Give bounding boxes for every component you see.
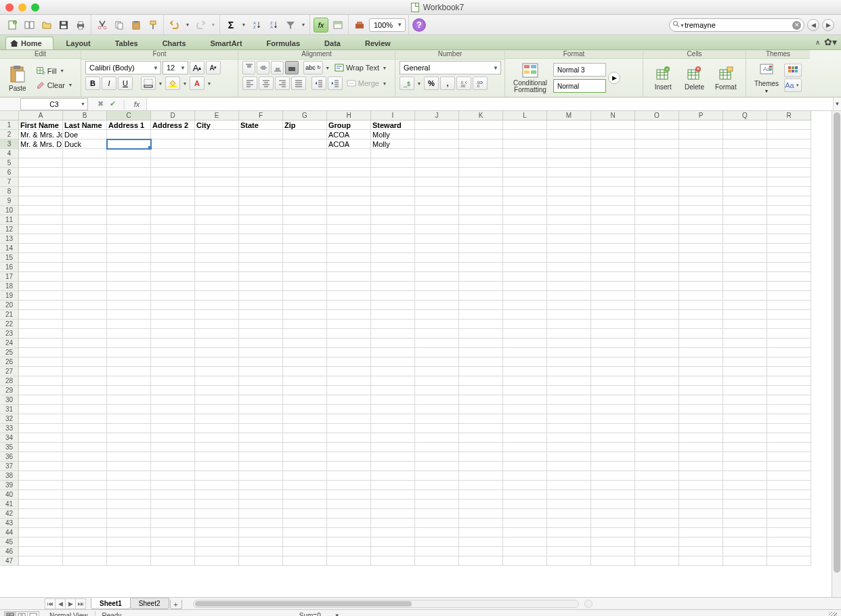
cell[interactable]: [635, 452, 679, 462]
cell[interactable]: [327, 263, 371, 272]
cell[interactable]: [239, 357, 283, 367]
cell[interactable]: [679, 433, 723, 443]
font-name-combo[interactable]: Calibri (Body)▼: [85, 61, 161, 74]
cell[interactable]: [239, 168, 283, 177]
cell[interactable]: [723, 206, 767, 215]
cell[interactable]: [635, 367, 679, 376]
cell[interactable]: [459, 556, 503, 566]
cell[interactable]: [239, 130, 283, 139]
cell[interactable]: [415, 547, 459, 556]
cell[interactable]: [767, 225, 811, 234]
cell[interactable]: [591, 301, 635, 310]
cell[interactable]: [415, 443, 459, 452]
cell[interactable]: [107, 528, 151, 537]
column-header[interactable]: F: [239, 111, 283, 120]
clear-button[interactable]: Clear▼: [33, 79, 77, 92]
cell[interactable]: [327, 481, 371, 490]
cell[interactable]: [371, 490, 415, 500]
row-header[interactable]: 15: [0, 253, 19, 263]
align-justify-button[interactable]: [291, 76, 306, 90]
cell[interactable]: [723, 395, 767, 405]
cell[interactable]: [591, 263, 635, 272]
cell[interactable]: [459, 253, 503, 263]
row-header[interactable]: 35: [0, 443, 19, 452]
cell[interactable]: [591, 168, 635, 177]
bold-button[interactable]: B: [85, 76, 100, 90]
cell[interactable]: [415, 481, 459, 490]
cell[interactable]: [239, 376, 283, 386]
cell[interactable]: [239, 386, 283, 395]
zoom-window-button[interactable]: [31, 3, 39, 12]
cell[interactable]: [283, 481, 327, 490]
cell[interactable]: [19, 433, 63, 443]
cell[interactable]: [371, 481, 415, 490]
cell[interactable]: [591, 376, 635, 386]
cell[interactable]: [547, 225, 591, 234]
cell[interactable]: [767, 462, 811, 471]
cell[interactable]: [767, 556, 811, 566]
row-header[interactable]: 27: [0, 367, 19, 376]
cell[interactable]: [547, 462, 591, 471]
cell[interactable]: [547, 357, 591, 367]
cell[interactable]: [239, 509, 283, 519]
cell[interactable]: [679, 386, 723, 395]
cell[interactable]: [151, 433, 195, 443]
cell[interactable]: [195, 215, 239, 225]
cell[interactable]: [679, 187, 723, 196]
cell[interactable]: [239, 519, 283, 528]
cell[interactable]: [415, 509, 459, 519]
cell[interactable]: [19, 395, 63, 405]
row-header[interactable]: 8: [0, 187, 19, 196]
row-header[interactable]: 19: [0, 291, 19, 301]
sort-desc-button[interactable]: ZA: [266, 18, 281, 32]
cell[interactable]: [195, 263, 239, 272]
new-workbook-button[interactable]: +: [5, 18, 20, 32]
cell[interactable]: [767, 357, 811, 367]
cell[interactable]: [547, 537, 591, 547]
cell[interactable]: [635, 301, 679, 310]
cell[interactable]: [459, 414, 503, 424]
cell[interactable]: [63, 338, 107, 348]
cell[interactable]: [723, 452, 767, 462]
cell[interactable]: [239, 158, 283, 168]
cell[interactable]: [371, 452, 415, 462]
cell[interactable]: [195, 376, 239, 386]
cell[interactable]: [723, 338, 767, 348]
cell[interactable]: [19, 424, 63, 433]
cell[interactable]: [327, 338, 371, 348]
sheet-tab-2[interactable]: Sheet2: [130, 598, 169, 609]
cell[interactable]: [547, 310, 591, 320]
cell[interactable]: [327, 187, 371, 196]
cell[interactable]: [547, 509, 591, 519]
cell[interactable]: Duck: [63, 139, 107, 149]
cell[interactable]: [195, 187, 239, 196]
cell[interactable]: [547, 376, 591, 386]
cell[interactable]: [283, 528, 327, 537]
cell[interactable]: [547, 490, 591, 500]
cell[interactable]: [547, 301, 591, 310]
column-header[interactable]: C: [107, 111, 151, 120]
row-header[interactable]: 46: [0, 547, 19, 556]
cell[interactable]: [547, 196, 591, 206]
cell[interactable]: [107, 471, 151, 481]
cell[interactable]: [19, 291, 63, 301]
cell[interactable]: [503, 139, 547, 149]
cell[interactable]: [283, 462, 327, 471]
cell[interactable]: [371, 253, 415, 263]
cell[interactable]: [415, 528, 459, 537]
cell[interactable]: [547, 120, 591, 130]
cell[interactable]: [503, 519, 547, 528]
cell[interactable]: [107, 196, 151, 206]
cell[interactable]: [283, 395, 327, 405]
cell[interactable]: Zip: [283, 120, 327, 130]
cell[interactable]: [195, 320, 239, 329]
cell[interactable]: [239, 244, 283, 253]
cell[interactable]: [635, 310, 679, 320]
cell[interactable]: [723, 130, 767, 139]
cell[interactable]: [63, 225, 107, 234]
cell[interactable]: [723, 310, 767, 320]
cell[interactable]: [63, 462, 107, 471]
cell[interactable]: [283, 367, 327, 376]
cell[interactable]: [415, 433, 459, 443]
cell[interactable]: [195, 386, 239, 395]
